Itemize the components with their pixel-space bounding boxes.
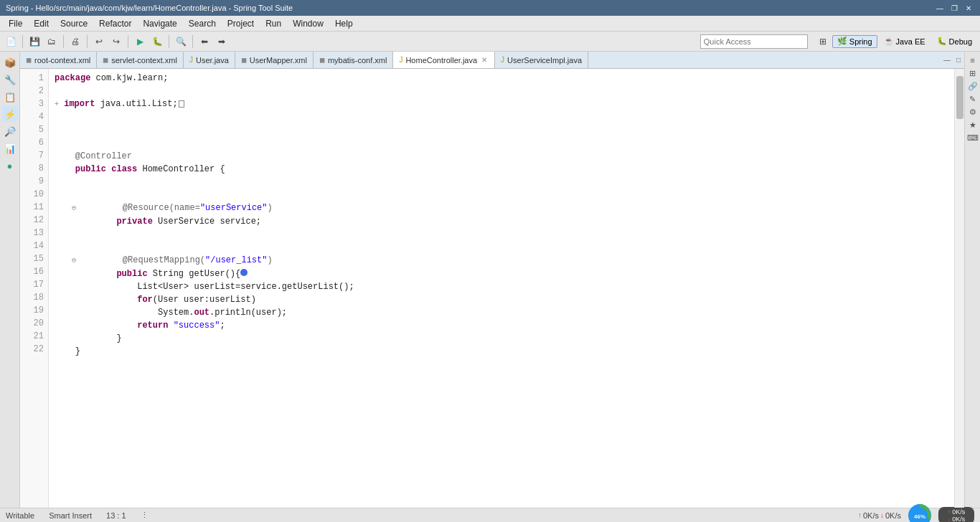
editor-area: ◼ root-context.xml ◼ servlet-context.xml… bbox=[20, 52, 964, 508]
main-layout: 📦 🔧 📋 ⚡ 🔎 📊 ● ◼ root-context.xml ◼ servl… bbox=[0, 52, 980, 508]
save-all-button[interactable]: 🗂 bbox=[44, 34, 60, 49]
network-stats: ↑ 0K/s ↓ 0K/s bbox=[858, 511, 901, 520]
writable-status: Writable bbox=[6, 511, 34, 520]
sep2 bbox=[63, 35, 64, 48]
maximize-button[interactable]: ❐ bbox=[948, 2, 960, 14]
undo-button[interactable]: ↩ bbox=[91, 34, 107, 49]
title-text: Spring - Hello/src/main/java/com/kjw/lea… bbox=[6, 4, 293, 12]
cursor-position: 13 : 1 bbox=[106, 511, 126, 520]
tab-usermapper[interactable]: ◼ UserMapper.xml bbox=[235, 52, 314, 68]
sidebar-icon-5[interactable]: 🔎 bbox=[2, 123, 18, 139]
menu-source[interactable]: Source bbox=[55, 17, 93, 30]
java-icon-2: J bbox=[399, 56, 402, 64]
insert-mode-status: Smart Insert bbox=[49, 511, 92, 520]
sidebar-icon-4[interactable]: ⚡ bbox=[2, 106, 18, 122]
debug-icon: 🐛 bbox=[937, 37, 947, 46]
prev-edit-button[interactable]: ⬅ bbox=[197, 34, 212, 49]
tab-homecontroller[interactable]: J HomeController.java ✕ bbox=[393, 52, 495, 69]
java-ee-icon: ☕ bbox=[884, 37, 894, 46]
sidebar-icon-2[interactable]: 🔧 bbox=[2, 72, 18, 87]
debug-perspective[interactable]: 🐛 Debug bbox=[932, 35, 977, 48]
sep4 bbox=[128, 35, 128, 48]
xml-icon: ◼ bbox=[26, 56, 32, 64]
title-bar: Spring - Hello/src/main/java/com/kjw/lea… bbox=[0, 0, 980, 16]
right-icon-7[interactable]: ⌨ bbox=[967, 132, 979, 143]
menu-refactor[interactable]: Refactor bbox=[93, 17, 137, 30]
sep6 bbox=[192, 35, 193, 48]
svg-text:46%: 46% bbox=[914, 513, 925, 520]
tab-servlet-context[interactable]: ◼ servlet-context.xml bbox=[97, 52, 184, 68]
java-ee-perspective[interactable]: ☕ Java EE bbox=[879, 35, 930, 48]
spring-icon: 🌿 bbox=[837, 37, 847, 46]
sep1 bbox=[22, 35, 23, 48]
sidebar-icon-7[interactable]: ● bbox=[2, 158, 18, 174]
editor-scrollbar[interactable] bbox=[954, 69, 964, 508]
line-numbers: 12345678910111213141516171819202122 bbox=[20, 69, 49, 508]
menu-navigate[interactable]: Navigate bbox=[137, 17, 182, 30]
sidebar-icon-1[interactable]: 📦 bbox=[2, 54, 18, 70]
close-button[interactable]: ✕ bbox=[963, 2, 974, 14]
xml-icon-4: ◼ bbox=[319, 56, 325, 64]
redo-button[interactable]: ↪ bbox=[108, 34, 124, 49]
sep3 bbox=[87, 35, 88, 48]
tabs-minimize[interactable]: — bbox=[941, 52, 953, 68]
menu-bar: File Edit Source Refactor Navigate Searc… bbox=[0, 16, 980, 32]
debug-button[interactable]: 🐛 bbox=[149, 34, 165, 49]
upload-arrow-icon: ↑ bbox=[858, 511, 862, 519]
code-area[interactable]: package com.kjw.learn; + import java.uti… bbox=[49, 69, 954, 508]
tabs-controls: — □ bbox=[941, 52, 964, 68]
save-button[interactable]: 💾 bbox=[27, 34, 42, 49]
tab-root-context[interactable]: ◼ root-context.xml bbox=[20, 52, 97, 68]
quick-access-input[interactable] bbox=[700, 34, 808, 49]
tab-user-java[interactable]: J User.java bbox=[184, 52, 235, 68]
minimize-button[interactable]: — bbox=[934, 2, 946, 14]
right-icon-6[interactable]: ★ bbox=[967, 119, 979, 130]
tab-close-homecontroller[interactable]: ✕ bbox=[480, 56, 489, 65]
print-button[interactable]: 🖨 bbox=[67, 34, 83, 49]
network-indicator: ↑0K/s ↓0K/s bbox=[938, 507, 974, 523]
title-bar-controls: — ❐ ✕ bbox=[934, 2, 974, 14]
tabs-maximize[interactable]: □ bbox=[953, 52, 964, 68]
java-icon-3: J bbox=[501, 56, 504, 64]
tab-userserviceimpl[interactable]: J UserServiceImpl.java bbox=[495, 52, 588, 68]
new-button[interactable]: 📄 bbox=[3, 34, 19, 49]
editor-content: 12345678910111213141516171819202122 pack… bbox=[20, 69, 964, 508]
scrollbar-thumb[interactable] bbox=[956, 76, 963, 119]
right-icon-5[interactable]: ⚙ bbox=[967, 106, 979, 118]
spring-perspective[interactable]: 🌿 Spring bbox=[832, 35, 877, 48]
right-sidebar: ≡ ⊞ 🔗 ✎ ⚙ ★ ⌨ bbox=[964, 52, 980, 508]
search-toolbar-button[interactable]: 🔍 bbox=[173, 34, 189, 49]
left-sidebar: 📦 🔧 📋 ⚡ 🔎 📊 ● bbox=[0, 52, 20, 508]
right-icon-2[interactable]: ⊞ bbox=[967, 67, 979, 79]
sidebar-icon-6[interactable]: 📊 bbox=[2, 141, 18, 156]
menu-project[interactable]: Project bbox=[222, 17, 260, 30]
run-button[interactable]: ▶ bbox=[132, 34, 148, 49]
heap-indicator[interactable]: 46% bbox=[907, 503, 933, 523]
open-perspective-button[interactable]: ⊞ bbox=[815, 34, 831, 49]
status-bar: Writable Smart Insert 13 : 1 ⋮ ↑ 0K/s ↓ … bbox=[0, 508, 980, 522]
java-icon-1: J bbox=[189, 56, 193, 64]
download-arrow-icon: ↓ bbox=[880, 511, 884, 519]
right-icon-4[interactable]: ✎ bbox=[967, 93, 979, 105]
upload-speed: 0K/s bbox=[863, 511, 879, 520]
menu-file[interactable]: File bbox=[3, 17, 28, 30]
download-speed: 0K/s bbox=[885, 511, 901, 520]
right-icon-3[interactable]: 🔗 bbox=[967, 80, 979, 92]
tabs-bar: ◼ root-context.xml ◼ servlet-context.xml… bbox=[20, 52, 964, 69]
menu-help[interactable]: Help bbox=[329, 17, 359, 30]
menu-window[interactable]: Window bbox=[287, 17, 329, 30]
menu-edit[interactable]: Edit bbox=[28, 17, 55, 30]
menu-run[interactable]: Run bbox=[260, 17, 287, 30]
toolbar: 📄 💾 🗂 🖨 ↩ ↪ ▶ 🐛 🔍 ⬅ ➡ ⊞ 🌿 Spring ☕ Java … bbox=[0, 32, 980, 52]
menu-search[interactable]: Search bbox=[183, 17, 222, 30]
right-icon-1[interactable]: ≡ bbox=[967, 54, 979, 66]
xml-icon-3: ◼ bbox=[241, 56, 247, 64]
tab-mybatis[interactable]: ◼ mybatis-conf.xml bbox=[314, 52, 394, 68]
xml-icon-2: ◼ bbox=[103, 56, 108, 64]
extra-status: ⋮ bbox=[141, 511, 149, 520]
sep5 bbox=[169, 35, 169, 48]
sidebar-icon-3[interactable]: 📋 bbox=[2, 89, 18, 105]
next-edit-button[interactable]: ➡ bbox=[214, 34, 230, 49]
